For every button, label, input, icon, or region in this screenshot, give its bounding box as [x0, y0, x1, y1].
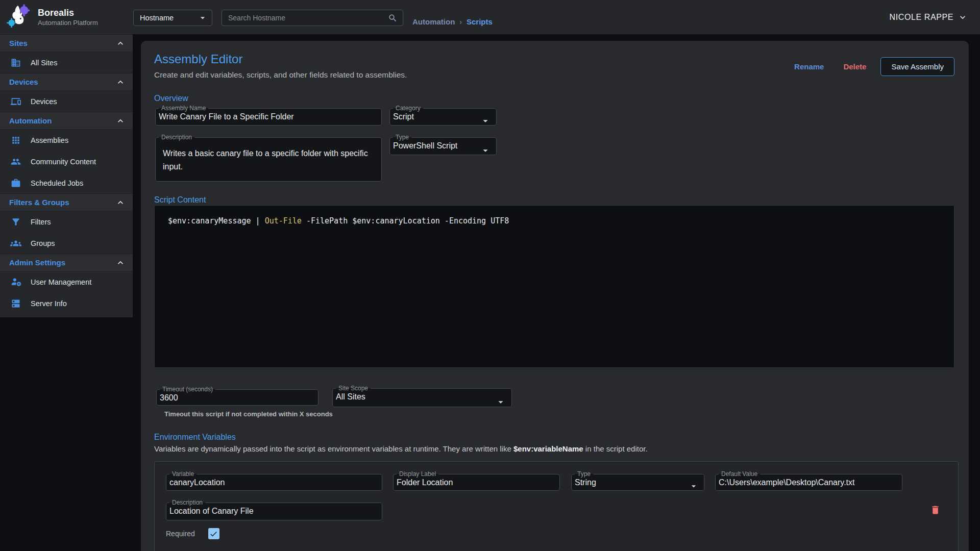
building-icon: [10, 58, 21, 68]
caret-down-icon: [480, 145, 491, 156]
filter-funnel-icon: [10, 217, 21, 227]
sidebar-item-label: Groups: [31, 239, 55, 247]
sidebar-item-label: Assemblies: [31, 136, 68, 144]
server-icon: [10, 298, 21, 309]
search-input[interactable]: [228, 14, 388, 22]
search-box[interactable]: [222, 10, 403, 26]
default-value-value: C:\Users\example\Desktop\Canary.txt: [716, 478, 902, 487]
sidebar-item-filters[interactable]: Filters: [0, 211, 133, 232]
hostname-select-value: Hostname: [140, 14, 198, 22]
sidebar-item-server-info[interactable]: Server Info: [0, 292, 133, 314]
caret-down-icon: [689, 481, 699, 491]
caret-down-icon: [480, 115, 491, 126]
chevron-up-icon: [115, 197, 126, 208]
topbar: Borealis Automation Platform Hostname Au…: [0, 0, 980, 34]
sidebar-section-sites[interactable]: Sites: [0, 34, 133, 52]
sidebar-item-community-content[interactable]: Community Content: [0, 151, 133, 172]
required-checkbox[interactable]: [208, 528, 219, 539]
default-value-field[interactable]: Default Value C:\Users\example\Desktop\C…: [715, 471, 902, 491]
display-label-value: Folder Location: [394, 478, 559, 487]
sidebar-item-all-sites[interactable]: All Sites: [0, 52, 133, 73]
variable-description-label: Description: [169, 499, 205, 506]
sidebar-item-label: Server Info: [31, 299, 67, 308]
briefcase-icon: [10, 178, 21, 188]
assembly-name-field[interactable]: Assembly Name Write Canary File to a Spe…: [155, 105, 382, 126]
display-label-field[interactable]: Display Label Folder Location: [393, 471, 560, 491]
editor-actions: Rename Delete Save Assembly: [789, 57, 954, 76]
trash-icon: [930, 505, 941, 515]
sidebar-item-label: User Management: [31, 278, 91, 286]
code-token: -FilePath $env:canaryLocation -Encoding …: [302, 216, 509, 226]
section-label: Sites: [9, 39, 115, 47]
chevron-up-icon: [115, 258, 126, 268]
sidebar-item-assemblies[interactable]: Assemblies: [0, 129, 133, 151]
category-select[interactable]: Category Script: [389, 105, 497, 126]
devices-icon: [10, 96, 21, 107]
sidebar-item-label: Filters: [31, 218, 51, 226]
rename-button[interactable]: Rename: [789, 58, 829, 75]
variable-label: Variable: [169, 471, 197, 478]
env-desc-variable-name: $env:variableName: [513, 444, 583, 453]
delete-button[interactable]: Delete: [838, 58, 871, 75]
borealis-logo: [5, 3, 33, 31]
brand-tagline: Automation Platform: [38, 19, 98, 27]
user-menu[interactable]: NICOLE RAPPE: [890, 0, 968, 34]
sidebar-section-admin-settings[interactable]: Admin Settings: [0, 254, 133, 271]
search-icon: [388, 13, 398, 23]
description-field[interactable]: Description Writes a basic canary file t…: [155, 134, 382, 182]
sidebar-item-devices[interactable]: Devices: [0, 90, 133, 112]
sidebar-section-automation[interactable]: Automation: [0, 112, 133, 129]
sidebar-item-label: All Sites: [31, 59, 57, 67]
breadcrumb-scripts[interactable]: Scripts: [467, 17, 493, 26]
environment-variables-heading: Environment Variables: [154, 433, 236, 442]
sidebar-item-scheduled-jobs[interactable]: Scheduled Jobs: [0, 172, 133, 193]
code-token-cmdlet: Out-File: [265, 216, 302, 226]
breadcrumb: Automation › Scripts: [412, 0, 493, 34]
variable-value: canaryLocation: [166, 478, 382, 487]
caret-down-icon: [495, 396, 506, 408]
site-scope-select[interactable]: Site Scope All Sites: [332, 385, 512, 407]
sidebar-item-user-management[interactable]: User Management: [0, 271, 133, 292]
section-label: Devices: [9, 78, 115, 86]
environment-variable-row: Variable canaryLocation Display Label Fo…: [154, 461, 959, 551]
user-name: NICOLE RAPPE: [890, 13, 953, 22]
required-row: Required: [166, 528, 219, 539]
sidebar-item-label: Community Content: [31, 158, 96, 166]
display-label-label: Display Label: [397, 471, 438, 478]
page-title: Assembly Editor: [154, 52, 242, 66]
variable-description-field[interactable]: Description Location of Canary File: [166, 499, 382, 520]
section-label: Filters & Groups: [9, 198, 115, 207]
type-select[interactable]: Type PowerShell Script: [389, 134, 497, 155]
environment-variables-description: Variables are dynamically passed into th…: [154, 444, 648, 453]
script-editor[interactable]: $env:canaryMessage | Out-File -FilePath …: [154, 205, 954, 368]
sidebar-section-filters-groups[interactable]: Filters & Groups: [0, 193, 133, 211]
hostname-select[interactable]: Hostname: [133, 10, 212, 26]
variable-type-value: String: [572, 478, 704, 487]
description-label: Description: [159, 134, 194, 141]
chevron-up-icon: [115, 116, 126, 126]
page-subtitle: Create and edit variables, scripts, and …: [154, 70, 407, 80]
section-label: Automation: [9, 116, 115, 125]
save-assembly-button[interactable]: Save Assembly: [880, 57, 954, 76]
env-desc-text: in the script editor.: [583, 444, 648, 453]
default-value-label: Default Value: [719, 471, 760, 478]
type-label: Type: [393, 134, 411, 141]
timeout-label: Timeout (seconds): [160, 386, 215, 393]
delete-variable-button[interactable]: [930, 505, 941, 515]
breadcrumb-automation[interactable]: Automation: [412, 17, 455, 26]
apps-grid-icon: [10, 135, 21, 145]
groups-icon: [10, 238, 21, 249]
variable-description-value: Location of Canary File: [166, 506, 382, 516]
overview-heading: Overview: [154, 94, 188, 103]
assembly-name-value: Write Canary File to a Specific Folder: [156, 112, 381, 121]
script-content-heading: Script Content: [154, 195, 206, 205]
section-label: Admin Settings: [9, 258, 115, 267]
timeout-field[interactable]: Timeout (seconds) 3600: [156, 386, 318, 406]
variable-type-select[interactable]: Type String: [571, 471, 704, 491]
sidebar-section-devices[interactable]: Devices: [0, 73, 133, 90]
breadcrumb-separator: ›: [459, 18, 462, 26]
variable-field[interactable]: Variable canaryLocation: [166, 471, 382, 491]
sidebar-item-groups[interactable]: Groups: [0, 232, 133, 254]
sidebar: Sites All Sites Devices Devices Automati…: [0, 34, 133, 317]
chevron-down-icon: [958, 12, 968, 22]
